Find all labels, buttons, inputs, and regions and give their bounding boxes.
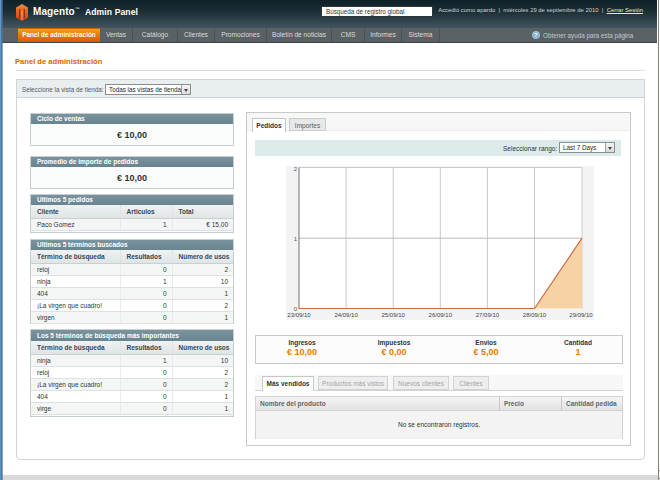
svg-text:2: 2	[294, 166, 298, 172]
svg-text:26/09/10: 26/09/10	[429, 312, 453, 318]
svg-text:25/09/10: 25/09/10	[382, 312, 406, 318]
svg-text:24/09/10: 24/09/10	[334, 312, 358, 318]
svg-text:29/09/10: 29/09/10	[569, 312, 593, 318]
svg-text:23/09/10: 23/09/10	[287, 312, 311, 318]
svg-text:28/09/10: 28/09/10	[523, 312, 547, 318]
svg-text:27/09/10: 27/09/10	[476, 312, 500, 318]
svg-text:1: 1	[294, 236, 298, 242]
